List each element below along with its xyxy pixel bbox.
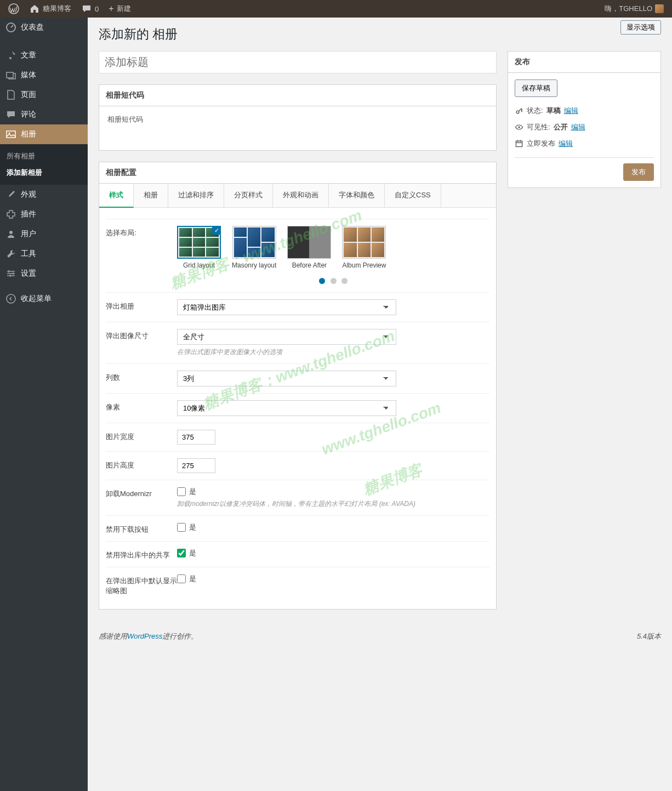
svg-point-4 bbox=[9, 231, 13, 234]
submenu-add-gallery[interactable]: 添加新相册 bbox=[0, 164, 88, 181]
layout-opt-before-after[interactable]: Before After bbox=[287, 226, 331, 269]
key-icon bbox=[515, 106, 523, 115]
eye-icon bbox=[515, 123, 523, 132]
config-tabs: 样式 相册 过滤和排序 分页样式 外观和动画 字体和颜色 自定义CSS bbox=[99, 184, 496, 208]
wp-logo[interactable] bbox=[4, 0, 23, 18]
comments-icon bbox=[5, 109, 16, 120]
layout-label: 选择布局: bbox=[106, 226, 177, 286]
plus-icon: + bbox=[109, 4, 113, 14]
publish-button[interactable]: 发布 bbox=[623, 163, 654, 181]
dashboard-icon bbox=[5, 22, 16, 33]
status-value: 草稿 bbox=[546, 106, 561, 116]
shortcode-box: 相册短代码 相册短代码 bbox=[99, 84, 497, 151]
menu-collapse[interactable]: 收起菜单 bbox=[0, 289, 88, 309]
disable-share-checkbox[interactable] bbox=[177, 549, 186, 557]
footer-thanks: 感谢使用WordPress进行创作。 bbox=[99, 631, 198, 641]
menu-media[interactable]: 媒体 bbox=[0, 65, 88, 85]
layout-opt-masonry[interactable]: Masonry layout bbox=[232, 226, 276, 269]
menu-appearance[interactable]: 外观 bbox=[0, 185, 88, 204]
pixels-select[interactable]: 10像素 bbox=[177, 400, 396, 416]
status-edit-link[interactable]: 编辑 bbox=[564, 106, 578, 116]
shortcode-text: 相册短代码 bbox=[99, 106, 496, 150]
brush-icon bbox=[5, 189, 16, 200]
default-thumbs-label: 在弹出图库中默认显示缩略图 bbox=[106, 574, 177, 596]
collapse-icon bbox=[5, 293, 16, 304]
menu-dashboard[interactable]: 仪表盘 bbox=[0, 18, 88, 37]
visibility-label: 可见性: bbox=[527, 122, 550, 132]
tab-css[interactable]: 自定义CSS bbox=[385, 184, 441, 207]
submenu-all-galleries[interactable]: 所有相册 bbox=[0, 148, 88, 164]
avatar bbox=[655, 4, 664, 13]
title-input[interactable] bbox=[99, 51, 497, 73]
comment-icon bbox=[81, 3, 92, 14]
check-icon: ✓ bbox=[212, 226, 221, 235]
layout-opt-grid[interactable]: ✓ Grid layout bbox=[177, 226, 221, 269]
user-greeting[interactable]: 嗨，TGHELLO bbox=[601, 0, 668, 18]
modernizr-hint: 卸载modernizr以修复冲突码体，时间轴，带有主题的水平幻灯片布局 (ex:… bbox=[177, 499, 489, 509]
dot-3[interactable] bbox=[341, 278, 348, 284]
tab-pagination[interactable]: 分页样式 bbox=[224, 184, 273, 207]
menu-tools[interactable]: 工具 bbox=[0, 244, 88, 264]
tab-filter[interactable]: 过滤和排序 bbox=[168, 184, 224, 207]
svg-point-3 bbox=[9, 133, 10, 134]
schedule-edit-link[interactable]: 编辑 bbox=[559, 139, 573, 149]
width-label: 图片宽度 bbox=[106, 430, 177, 445]
dot-1[interactable] bbox=[319, 278, 325, 284]
menu-plugins[interactable]: 插件 bbox=[0, 204, 88, 224]
config-box: 相册配置 样式 相册 过滤和排序 分页样式 外观和动画 字体和颜色 自定义CSS bbox=[99, 162, 497, 610]
site-link[interactable]: 糖果博客 bbox=[25, 0, 75, 18]
popup-label: 弹出相册 bbox=[106, 299, 177, 315]
modernizr-checkbox[interactable] bbox=[177, 487, 186, 496]
publish-box: 发布 保存草稿 状态: 草稿 编辑 可见性: 公开 bbox=[508, 51, 661, 188]
screen-options-button[interactable]: 显示选项 bbox=[620, 20, 661, 35]
visibility-value: 公开 bbox=[554, 122, 568, 132]
tab-fonts[interactable]: 字体和颜色 bbox=[329, 184, 385, 207]
tools-icon bbox=[5, 248, 16, 259]
config-heading: 相册配置 bbox=[99, 162, 496, 184]
svg-point-5 bbox=[7, 294, 15, 303]
layout-opt-album[interactable]: Album Preview bbox=[342, 226, 386, 269]
menu-comments[interactable]: 评论 bbox=[0, 105, 88, 124]
status-label: 状态: bbox=[527, 106, 543, 116]
comments-link[interactable]: 0 bbox=[77, 0, 102, 18]
visibility-edit-link[interactable]: 编辑 bbox=[571, 122, 585, 132]
width-input[interactable] bbox=[177, 430, 215, 445]
plugin-icon bbox=[5, 209, 16, 220]
svg-rect-8 bbox=[516, 141, 522, 146]
menu-users[interactable]: 用户 bbox=[0, 224, 88, 244]
publish-heading: 发布 bbox=[508, 52, 660, 73]
popup-size-select[interactable]: 全尺寸 bbox=[177, 329, 396, 345]
media-icon bbox=[5, 70, 16, 81]
tab-style[interactable]: 样式 bbox=[99, 184, 134, 208]
settings-icon bbox=[5, 268, 16, 279]
save-draft-button[interactable]: 保存草稿 bbox=[515, 79, 557, 97]
menu-gallery[interactable]: 相册 bbox=[0, 124, 88, 144]
home-icon bbox=[29, 3, 40, 14]
shortcode-heading: 相册短代码 bbox=[99, 85, 496, 106]
default-thumbs-checkbox[interactable] bbox=[177, 574, 186, 583]
disable-download-checkbox[interactable] bbox=[177, 523, 186, 532]
tab-gallery[interactable]: 相册 bbox=[134, 184, 168, 207]
wordpress-link[interactable]: WordPress bbox=[127, 632, 162, 640]
popup-size-hint: 在弹出式图库中更改图像大小的选项 bbox=[177, 348, 489, 357]
columns-select[interactable]: 3列 bbox=[177, 371, 396, 386]
dot-2[interactable] bbox=[331, 278, 337, 284]
pin-icon bbox=[5, 50, 16, 61]
site-name: 糖果博客 bbox=[43, 4, 71, 14]
menu-posts[interactable]: 文章 bbox=[0, 45, 88, 65]
user-icon bbox=[5, 229, 16, 240]
footer-version: 5.4版本 bbox=[637, 631, 661, 641]
popup-select[interactable]: 灯箱弹出图库 bbox=[177, 299, 396, 315]
tab-appearance[interactable]: 外观和动画 bbox=[273, 184, 329, 207]
page-title: 添加新的 相册 bbox=[99, 26, 661, 43]
gallery-icon bbox=[5, 129, 16, 140]
menu-settings[interactable]: 设置 bbox=[0, 264, 88, 283]
menu-pages[interactable]: 页面 bbox=[0, 85, 88, 105]
pixels-label: 像素 bbox=[106, 400, 177, 416]
height-input[interactable] bbox=[177, 458, 215, 473]
popup-size-label: 弹出图像尺寸 bbox=[106, 329, 177, 357]
page-icon bbox=[5, 89, 16, 100]
schedule-label: 立即发布 bbox=[527, 139, 555, 149]
new-link[interactable]: +新建 bbox=[105, 0, 134, 18]
height-label: 图片高度 bbox=[106, 458, 177, 473]
